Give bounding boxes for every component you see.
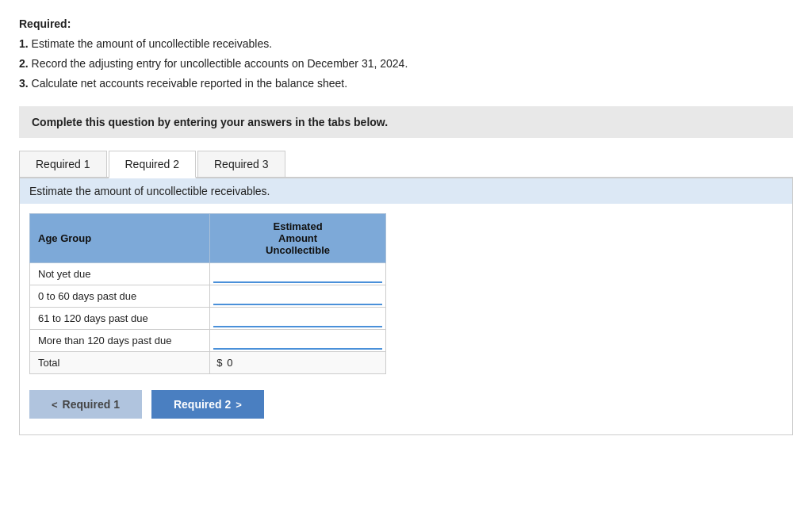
row-label-0-60: 0 to 60 days past due xyxy=(30,285,210,308)
row-label-120-plus: More than 120 days past due xyxy=(30,330,210,352)
total-label: Total xyxy=(30,352,210,374)
input-120-plus[interactable] xyxy=(213,331,382,350)
total-value-cell: $ 0 xyxy=(210,352,386,374)
input-cell-120-plus[interactable] xyxy=(210,330,386,352)
col-estimated-header: EstimatedAmountUncollectible xyxy=(210,214,386,263)
required-heading: Required: xyxy=(19,17,71,30)
instruction-2-number: 2. xyxy=(19,57,29,70)
prev-button[interactable]: < Required 1 xyxy=(29,390,142,419)
instructions-section: Required: 1. Estimate the amount of unco… xyxy=(19,16,793,92)
next-chevron: > xyxy=(236,399,242,411)
total-amount: 0 xyxy=(227,357,232,369)
input-cell-61-120[interactable] xyxy=(210,308,386,330)
tab-required-2[interactable]: Required 2 xyxy=(109,151,197,178)
table-row: More than 120 days past due xyxy=(30,330,386,352)
tab-content: Estimate the amount of uncollectible rec… xyxy=(19,178,793,435)
instruction-3-number: 3. xyxy=(19,77,29,90)
tab-required-1[interactable]: Required 1 xyxy=(19,151,107,177)
input-61-120[interactable] xyxy=(213,309,382,327)
table-row: 61 to 120 days past due xyxy=(30,308,386,330)
row-label-not-yet-due: Not yet due xyxy=(30,263,210,285)
input-cell-0-60[interactable] xyxy=(210,285,386,308)
instruction-1-text: Estimate the amount of uncollectible rec… xyxy=(32,37,273,50)
table-row: Not yet due xyxy=(30,263,386,285)
instruction-3-text: Calculate net accounts receivable report… xyxy=(32,77,347,90)
age-group-table: Age Group EstimatedAmountUncollectible N… xyxy=(29,213,386,374)
input-not-yet-due[interactable] xyxy=(213,265,382,283)
table-row: 0 to 60 days past due xyxy=(30,285,386,308)
next-button[interactable]: Required 2 > xyxy=(151,390,264,419)
next-label: Required 2 xyxy=(174,398,231,411)
instruction-2-text: Record the adjusting entry for uncollect… xyxy=(32,57,408,70)
row-label-61-120: 61 to 120 days past due xyxy=(30,308,210,330)
table-container: Age Group EstimatedAmountUncollectible N… xyxy=(20,204,792,374)
tab-content-header: Estimate the amount of uncollectible rec… xyxy=(20,178,792,204)
tabs-row: Required 1 Required 2 Required 3 xyxy=(19,151,793,178)
prev-label: Required 1 xyxy=(63,398,120,411)
input-cell-not-yet-due[interactable] xyxy=(210,263,386,285)
total-dollar-sign: $ xyxy=(216,357,222,369)
input-0-60[interactable] xyxy=(213,287,382,305)
tab-required-3[interactable]: Required 3 xyxy=(197,151,285,177)
instruction-1-number: 1. xyxy=(19,37,29,50)
col-age-group-header: Age Group xyxy=(30,214,210,263)
complete-banner: Complete this question by entering your … xyxy=(19,106,793,138)
prev-chevron: < xyxy=(52,399,58,411)
banner-text: Complete this question by entering your … xyxy=(32,116,388,128)
buttons-row: < Required 1 Required 2 > xyxy=(29,390,792,419)
total-row: Total $ 0 xyxy=(30,352,386,374)
